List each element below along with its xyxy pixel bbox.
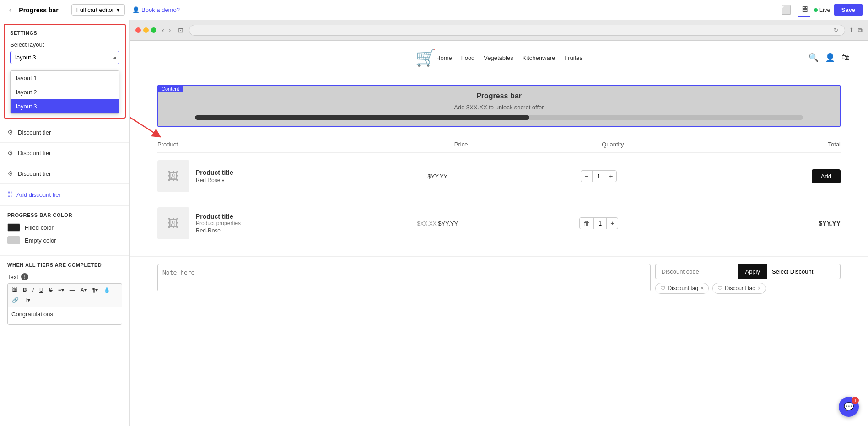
add-discount-tier-btn[interactable]: ⠿ Add discount tier [0,184,129,206]
browser-forward-btn[interactable]: › [167,26,173,35]
layout-select[interactable]: layout 1 layout 2 layout 3 [10,51,119,64]
toolbar-font-color-btn[interactable]: A▾ [78,286,89,295]
back-button[interactable]: ‹ [5,4,15,16]
progress-track [195,115,803,120]
info-icon[interactable]: ! [21,273,28,280]
sidebar-item-discount-tier-2[interactable]: ⚙ Discount tier [0,143,129,163]
filled-color-swatch[interactable] [7,223,20,232]
qty-value-2: 1 [593,218,607,229]
tag-shield-icon-1: 🛡 [660,286,665,291]
tag-close-2[interactable]: × [758,285,761,291]
product-img-1: 🖼 [157,160,189,192]
add-tier-icon: ⠿ [7,190,13,199]
qty-area-2: 🗑 1 + [518,217,679,229]
product-image-icon-1: 🖼 [168,170,179,183]
toolbar-image-btn[interactable]: 🖼 [10,286,20,295]
store-icons: 🔍 👤 🛍 [809,53,850,63]
browser-chrome: ‹ › ⊡ ↻ ⬆ ⧉ [130,20,868,41]
toolbar-underline-btn[interactable]: U [37,286,46,295]
text-editor-area[interactable]: Congratulations [7,307,122,325]
bag-icon[interactable]: 🛍 [841,53,850,63]
toolbar-text-btn[interactable]: T▾ [22,296,32,305]
store-header: 🛒 Home Food Vegetables Kitchenware Fruit… [130,41,868,75]
discount-area: Apply Select Discount 🛡 Discount tag × 🛡 [655,264,841,294]
browser-tabs-btn[interactable]: ⧉ [858,27,863,34]
dot-green [151,27,156,33]
live-dot [814,8,818,12]
dot-red [135,27,141,33]
select-layout-label: Select layout [10,41,119,48]
toolbar-strikethrough-btn[interactable]: S [47,286,55,295]
text-editor-toolbar: 🖼 B I U S ≡▾ — A▾ ¶▾ 💧 🔗 T▾ [7,283,122,307]
when-tiers-section: WHEN ALL TIERS ARE COMPLETED Text ! 🖼 B … [0,256,129,331]
browser-url-bar[interactable]: ↻ [189,25,845,36]
empty-color-swatch[interactable] [7,236,20,244]
add-button-1[interactable]: Add [812,169,841,183]
store-logo: 🛒 [415,48,436,67]
svg-line-0 [130,94,157,135]
toolbar-hr-btn[interactable]: — [67,286,77,295]
chat-bubble[interactable]: 💬 1 [839,397,859,417]
select-discount-dropdown[interactable]: Select Discount [767,264,841,279]
save-button[interactable]: Save [834,4,863,16]
toolbar-dropper-btn[interactable]: 💧 [101,286,113,295]
progress-bar-title: Progress bar [167,92,830,100]
demo-link[interactable]: 👤 Book a demo? [132,6,180,13]
qty-trash-2[interactable]: 🗑 [580,218,593,229]
mobile-view-btn[interactable]: ⬜ [779,3,793,17]
sidebar-item-discount-tier-1[interactable]: ⚙ Discount tier [0,122,129,143]
browser-expand-btn[interactable]: ⊡ [176,26,185,35]
product-image-icon-2: 🖼 [168,217,179,230]
sidebar: SETTINGS Select layout layout 1 layout 2… [0,20,130,426]
chat-icon: 💬 [844,402,854,412]
layout-option-1[interactable]: layout 1 [11,71,119,85]
layout-option-3[interactable]: layout 3 [11,99,119,113]
toolbar-italic-btn[interactable]: I [30,286,36,295]
qty-control-2: 🗑 1 + [579,217,618,229]
dot-yellow [143,27,149,33]
desktop-view-btn[interactable]: 🖥 [798,3,810,17]
sidebar-item-discount-tier-3[interactable]: ⚙ Discount tier [0,163,129,184]
product-row-2: 🖼 Product title Product properties Red-R… [157,200,841,247]
discount-tag-1: 🛡 Discount tag × [655,283,709,294]
toolbar-bold-btn[interactable]: B [21,286,29,295]
content-badge: Content [158,85,183,92]
nav-kitchenware[interactable]: Kitchenware [523,54,555,61]
tag-shield-icon-2: 🛡 [717,286,722,291]
live-status: Live [814,6,830,13]
main-layout: SETTINGS Select layout layout 1 layout 2… [0,20,868,426]
qty-value-1: 1 [592,171,605,182]
qty-control-1: − 1 + [581,170,617,182]
search-icon[interactable]: 🔍 [809,53,819,63]
browser-back-btn[interactable]: ‹ [160,26,166,35]
col-header-price: Price [385,141,537,148]
nav-fruites[interactable]: Fruites [564,54,582,61]
toolbar-align-btn[interactable]: ≡▾ [56,286,66,295]
nav-home[interactable]: Home [436,54,452,61]
page-title: Progress bar [19,6,58,14]
note-textarea[interactable] [157,264,651,291]
qty-area-1: − 1 + [518,170,679,182]
view-icons: ⬜ 🖥 [779,3,810,17]
nav-vegetables[interactable]: Vegetables [484,54,513,61]
tag-close-1[interactable]: × [701,285,704,291]
editor-dropdown[interactable]: Full cart editor ▾ [71,4,125,16]
browser-share-btn[interactable]: ⬆ [849,27,854,34]
qty-increase-1[interactable]: + [605,171,616,182]
nav-food[interactable]: Food [461,54,475,61]
browser-nav: ‹ › [160,26,173,35]
qty-increase-2[interactable]: + [607,218,618,229]
toolbar-para-btn[interactable]: ¶▾ [90,286,100,295]
progress-bar-color-title: PROGRESS BAR COLOR [7,212,122,218]
layout-select-wrapper: layout 1 layout 2 layout 3 ◂ [10,51,119,64]
col-header-product: Product [157,141,385,148]
content-area: ‹ › ⊡ ↻ ⬆ ⧉ 🛒 Home Food Vegeta [130,20,868,426]
apply-button[interactable]: Apply [738,264,767,279]
user-icon[interactable]: 👤 [825,53,835,63]
progress-bar-color-section: PROGRESS BAR COLOR Filled color Empty co… [0,206,129,256]
toolbar-link-btn[interactable]: 🔗 [10,296,21,305]
discount-code-input[interactable] [655,264,738,279]
layout-option-2[interactable]: layout 2 [11,85,119,99]
page-content: 🛒 Home Food Vegetables Kitchenware Fruit… [130,41,868,426]
qty-decrease-1[interactable]: − [581,171,592,182]
